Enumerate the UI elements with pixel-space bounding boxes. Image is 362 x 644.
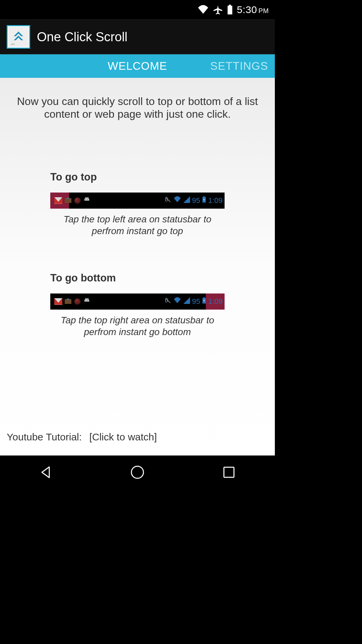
svg-rect-8: [65, 299, 71, 304]
svg-rect-9: [67, 299, 69, 300]
recent-apps-button[interactable]: [220, 463, 238, 481]
android-icon: [83, 197, 90, 204]
gmail-icon: [54, 197, 62, 204]
tab-settings[interactable]: SETTINGS: [203, 54, 275, 78]
go-bottom-title: To go bottom: [50, 272, 225, 284]
go-top-title: To go top: [50, 171, 225, 183]
svg-rect-13: [203, 297, 205, 298]
battery-icon: [227, 5, 233, 15]
svg-point-11: [87, 300, 88, 300]
tutorial-link[interactable]: [Click to watch]: [89, 431, 157, 442]
mock-time: 1:09: [208, 297, 223, 306]
go-bottom-illustration: 95 1:09: [50, 293, 225, 310]
intro-text: Now you can quickly scroll to top or bot…: [13, 95, 261, 121]
round-icon: [74, 298, 81, 305]
status-time-period: PM: [258, 7, 269, 15]
section-go-bottom: To go bottom: [13, 272, 261, 338]
go-top-caption: Tap the top left area on statusbar to pe…: [50, 213, 225, 237]
svg-rect-7: [203, 196, 205, 197]
gmail-icon: [54, 298, 62, 305]
mock-battery-percent: 95: [192, 297, 200, 306]
tab-welcome[interactable]: WELCOME: [100, 54, 175, 78]
back-button[interactable]: [37, 463, 55, 481]
vibrate-icon: [165, 297, 171, 306]
svg-point-4: [85, 199, 86, 199]
notification-icon: [64, 298, 72, 305]
svg-point-10: [85, 300, 86, 300]
svg-rect-15: [224, 467, 234, 477]
status-time: 5:30 PM: [237, 4, 269, 15]
navigation-bar: [0, 455, 275, 489]
wifi-small-icon: [173, 297, 181, 306]
svg-rect-2: [65, 198, 71, 203]
svg-point-14: [131, 466, 143, 478]
svg-rect-0: [228, 6, 232, 14]
system-status-bar: 5:30 PM: [0, 0, 275, 19]
vibrate-icon: [165, 196, 171, 205]
mock-time: 1:09: [208, 196, 223, 205]
wifi-icon: [197, 5, 209, 14]
android-icon: [83, 298, 90, 305]
app-icon: [7, 25, 30, 49]
tutorial-row: Youtube Tutorial: [Click to watch]: [7, 431, 157, 443]
round-icon: [74, 197, 81, 204]
go-top-illustration: 95 1:09: [50, 193, 225, 209]
tab-strip: WELCOME SETTINGS: [0, 54, 275, 78]
svg-point-5: [87, 199, 88, 199]
signal-icon: [183, 196, 190, 205]
mock-battery-percent: 95: [192, 196, 200, 205]
wifi-small-icon: [173, 196, 181, 205]
airplane-mode-icon: [213, 5, 223, 15]
go-bottom-caption: Tap the top right area on statusbar to p…: [50, 314, 225, 338]
status-time-value: 5:30: [237, 4, 257, 15]
section-go-top: To go top: [13, 171, 261, 237]
action-bar: One Click Scroll: [0, 19, 275, 54]
battery-small-icon: [202, 196, 206, 205]
tutorial-label: Youtube Tutorial:: [7, 431, 82, 442]
main-content: Now you can quickly scroll to top or bot…: [0, 78, 275, 455]
home-button[interactable]: [128, 463, 146, 481]
signal-icon: [183, 297, 190, 306]
svg-rect-3: [67, 198, 69, 199]
notification-icon: [64, 197, 72, 204]
svg-rect-1: [229, 5, 231, 6]
app-title: One Click Scroll: [37, 30, 127, 44]
